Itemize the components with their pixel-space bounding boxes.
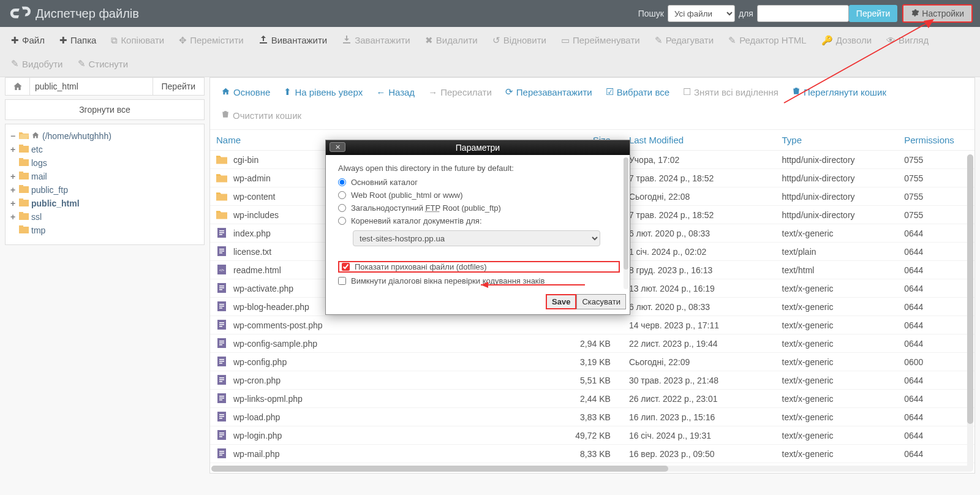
file-type: httpd/unix-directory xyxy=(776,169,899,187)
settings-label: Настройки xyxy=(922,9,964,18)
radio-docroot[interactable]: Кореневий каталог документів для: xyxy=(338,216,620,225)
view-button[interactable]: 👁Вигляд xyxy=(880,31,935,49)
svg-rect-26 xyxy=(219,287,224,289)
search-go-button[interactable]: Перейти xyxy=(849,5,897,22)
table-row[interactable]: wp-links-opml.php2,44 KB26 лист. 2022 р.… xyxy=(210,390,974,408)
up-level-action[interactable]: ⬆На рівень уверх xyxy=(279,84,368,100)
html-editor-button[interactable]: ✎Редактор HTML xyxy=(722,31,813,50)
plus-icon: ✚ xyxy=(59,35,67,46)
svg-rect-41 xyxy=(219,359,224,360)
edit-button[interactable]: ✎Редагувати xyxy=(649,31,720,50)
path-input[interactable] xyxy=(30,78,153,95)
collapse-all-button[interactable]: Згорнути все xyxy=(5,99,205,120)
file-modified: 7 трав. 2024 р., 18:52 xyxy=(623,206,776,224)
radio-webroot[interactable]: Web Root (public_html or www) xyxy=(338,191,620,200)
gear-icon xyxy=(911,9,919,19)
select-all-action[interactable]: ☑Вибрати все xyxy=(601,84,674,100)
settings-button[interactable]: Настройки xyxy=(902,4,973,23)
upload-button[interactable]: Вивантажити xyxy=(252,31,334,50)
svg-rect-5 xyxy=(19,172,23,173)
table-row[interactable]: wp-comments-post.php14 черв. 2023 р., 17… xyxy=(210,316,974,334)
delete-button[interactable]: ✖Видалити xyxy=(419,31,484,50)
tree-item-tmp[interactable]: tmp xyxy=(9,224,200,237)
table-row[interactable]: wp-cron.php5,51 KB30 трав. 2023 р., 21:4… xyxy=(210,371,974,390)
view-trash-action[interactable]: Переглянути кошик xyxy=(787,84,891,100)
path-go-button[interactable]: Перейти xyxy=(153,78,204,95)
search-input[interactable] xyxy=(757,5,849,22)
extract-button[interactable]: ✎Видобути xyxy=(5,55,69,73)
tree-item-etc[interactable]: +etc xyxy=(9,143,200,156)
checkbox-dotfiles[interactable]: Показати приховані файли (dotfiles) xyxy=(338,261,620,273)
horizontal-scrollbar[interactable] xyxy=(211,466,973,472)
svg-rect-1 xyxy=(19,145,23,146)
file-name: wp-load.php xyxy=(233,412,280,422)
table-row[interactable]: wp-mail.php8,33 KB16 вер. 2023 р., 09:50… xyxy=(210,445,974,463)
table-row[interactable]: wp-load.php3,83 KB16 лип. 2023 р., 15:16… xyxy=(210,408,974,426)
col-perm[interactable]: Permissions xyxy=(898,130,974,151)
download-icon xyxy=(342,34,352,46)
file-perm: 0644 xyxy=(898,334,974,353)
tree-item-public-html[interactable]: +public_html xyxy=(9,197,200,210)
svg-rect-9 xyxy=(19,198,23,200)
rename-button[interactable]: ▭Перейменувати xyxy=(555,31,646,50)
dialog-scrollbar[interactable] xyxy=(624,157,628,289)
radio-ftproot[interactable]: Загальнодоступний FTP Root (public_ftp) xyxy=(338,203,620,213)
permissions-button[interactable]: 🔑Дозволи xyxy=(815,31,878,50)
table-row[interactable]: wp-config.php3,19 KBСьогодні, 22:09text/… xyxy=(210,353,974,371)
tree-item-ssl[interactable]: +ssl xyxy=(9,210,200,224)
file-perm: 0755 xyxy=(898,151,974,169)
checkbox-encoding[interactable]: Вимкнути діалогові вікна перевірки кодув… xyxy=(338,276,620,285)
deselect-action[interactable]: ☐Зняти всі виділення xyxy=(678,84,783,100)
folder-button[interactable]: ✚Папка xyxy=(53,31,102,50)
dialog-title-bar: ✕ Параметри xyxy=(326,140,630,155)
tree-item-mail[interactable]: +mail xyxy=(9,170,200,183)
file-type: text/html xyxy=(776,261,899,279)
tree-item-public-ftp[interactable]: +public_ftp xyxy=(9,183,200,197)
file-modified: Сьогодні, 22:08 xyxy=(623,187,776,206)
domain-select[interactable]: test-sites-hostpro.pp.ua xyxy=(353,230,600,246)
back-action[interactable]: ←Назад xyxy=(371,84,420,100)
file-type: httpd/unix-directory xyxy=(776,187,899,206)
download-button[interactable]: Завантажити xyxy=(336,31,417,50)
cancel-button[interactable]: Скасувати xyxy=(576,294,626,309)
table-row[interactable]: wp-login.php49,72 KB16 січ. 2024 р., 19:… xyxy=(210,426,974,445)
home-action[interactable]: Основне xyxy=(216,84,275,100)
svg-rect-16 xyxy=(219,232,224,233)
svg-rect-20 xyxy=(219,251,224,252)
move-button[interactable]: ✥Перемістити xyxy=(173,31,249,50)
save-button[interactable]: Save xyxy=(546,294,576,309)
close-icon[interactable]: ✕ xyxy=(330,142,345,152)
search-scope-select[interactable]: Усі файли xyxy=(668,5,735,22)
col-modified[interactable]: Last Modified xyxy=(623,130,776,151)
vertical-scrollbar[interactable] xyxy=(967,154,973,472)
svg-rect-35 xyxy=(219,326,222,327)
file-perm: 0600 xyxy=(898,353,974,371)
home-icon[interactable] xyxy=(6,78,30,95)
svg-rect-13 xyxy=(19,225,23,227)
svg-rect-33 xyxy=(219,322,224,323)
restore-button[interactable]: ↺Відновити xyxy=(486,31,552,50)
copy-button[interactable]: ⧉Копіювати xyxy=(105,31,170,50)
compress-button[interactable]: ✎Стиснути xyxy=(72,55,135,73)
folder-icon xyxy=(19,212,29,222)
file-modified: Учора, 17:02 xyxy=(623,151,776,169)
col-type[interactable]: Type xyxy=(776,130,899,151)
svg-rect-30 xyxy=(219,306,224,307)
copy-icon: ⧉ xyxy=(111,35,118,46)
check-icon: ☑ xyxy=(606,86,614,97)
empty-trash-action[interactable]: Очистити кошик xyxy=(216,107,306,123)
svg-rect-10 xyxy=(19,213,29,220)
file-type: text/x-generic xyxy=(776,298,899,316)
svg-rect-15 xyxy=(219,230,224,232)
tree-item-logs[interactable]: logs xyxy=(9,156,200,170)
table-row[interactable]: wp-config-sample.php2,94 KB22 лист. 2023… xyxy=(210,334,974,353)
rename-icon: ▭ xyxy=(561,35,570,46)
svg-rect-7 xyxy=(19,185,23,187)
tree-root[interactable]: − (/home/whutghhh) xyxy=(9,129,200,143)
radio-home[interactable]: Основний каталог xyxy=(338,178,620,187)
forward-action[interactable]: →Пересилати xyxy=(423,84,497,100)
file-button[interactable]: ✚Файл xyxy=(5,31,51,50)
reload-action[interactable]: ⟳Перезавантажити xyxy=(500,84,597,100)
file-name: index.php xyxy=(233,229,271,238)
file-modified: Сьогодні, 22:09 xyxy=(623,353,776,371)
